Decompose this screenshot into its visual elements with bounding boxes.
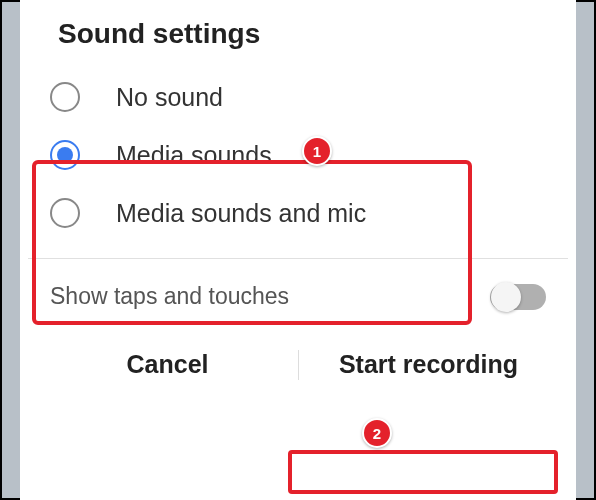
- button-row: Cancel Start recording: [20, 332, 576, 389]
- radio-icon: [50, 198, 80, 228]
- radio-media-mic[interactable]: Media sounds and mic: [40, 184, 576, 242]
- cancel-button[interactable]: Cancel: [38, 340, 298, 389]
- sound-radio-group: No sound Media sounds Media sounds and m…: [20, 68, 576, 242]
- annotation-marker-2: 2: [362, 418, 392, 448]
- sound-settings-dialog: Sound settings No sound Media sounds Med…: [20, 0, 576, 500]
- toggle-knob: [491, 282, 521, 312]
- annotation-marker-1: 1: [302, 136, 332, 166]
- radio-icon: [50, 140, 80, 170]
- show-taps-toggle[interactable]: [490, 284, 546, 310]
- radio-label: Media sounds and mic: [116, 199, 366, 228]
- radio-icon: [50, 82, 80, 112]
- toggle-label: Show taps and touches: [50, 283, 289, 310]
- toggle-row: Show taps and touches: [20, 259, 576, 332]
- start-recording-button[interactable]: Start recording: [299, 340, 559, 389]
- dialog-title: Sound settings: [20, 18, 576, 68]
- radio-no-sound[interactable]: No sound: [40, 68, 576, 126]
- radio-label: Media sounds: [116, 141, 272, 170]
- annotation-box-2: [288, 450, 558, 494]
- radio-label: No sound: [116, 83, 223, 112]
